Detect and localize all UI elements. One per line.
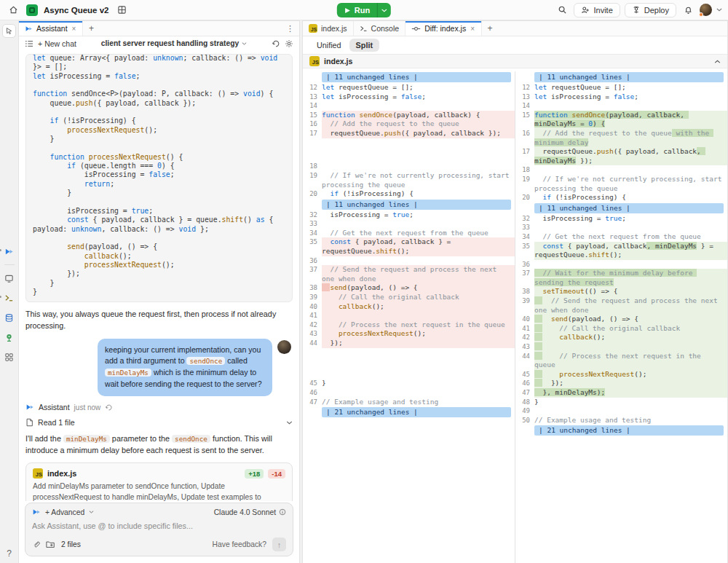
search-icon [558, 5, 567, 15]
attached-files-count[interactable]: 2 files [61, 540, 81, 548]
chat-code-block: let queue: Array<{ payload: unknown; cal… [25, 54, 293, 302]
diff-code-line: callback(); [322, 302, 515, 312]
help-button[interactable]: ? [7, 548, 12, 559]
advanced-toggle[interactable]: + Advanced [45, 508, 84, 516]
diff-code-line: // Wait for the minimum delay before sen… [534, 269, 727, 287]
chat-scroll-area[interactable]: let queue: Array<{ payload: unknown; cal… [19, 50, 299, 501]
line-number [515, 71, 534, 83]
new-tab-button[interactable]: + [83, 21, 99, 36]
code-line: } [33, 135, 285, 143]
unchanged-lines-band[interactable]: | 21 unchanged lines | [534, 425, 724, 436]
unchanged-lines-band[interactable]: | 11 unchanged lines | [534, 203, 724, 213]
diff-file-header[interactable]: JS index.js [303, 54, 727, 68]
diff-code-line: requestQueue.push({ payload, callback, m… [534, 147, 727, 165]
home-icon [9, 5, 18, 15]
chat-list-icon [25, 40, 33, 47]
collapse-section-button[interactable] [714, 60, 721, 63]
chat-list-button[interactable] [25, 40, 33, 47]
line-number [303, 71, 322, 83]
send-button[interactable]: ↑ [272, 538, 286, 551]
diff-original-pane: | 11 unchanged lines |12let requestQueue… [303, 71, 515, 563]
assistant-paragraph: I'll add the minDelayMs parameter to the… [25, 433, 293, 456]
tab-label: Diff: index.js [424, 24, 466, 33]
chevron-down-icon [381, 9, 387, 12]
invite-button[interactable]: Invite [574, 3, 620, 17]
tab-assistant[interactable]: Assistant × [19, 21, 83, 36]
notifications-button[interactable] [681, 3, 695, 17]
editor-tab-diff-index-js[interactable]: Diff: index.js× [405, 21, 482, 36]
line-number: 16 [303, 119, 322, 129]
run-button[interactable]: Run [337, 3, 377, 17]
rail-deployments-button[interactable] [3, 331, 16, 344]
rollback-button[interactable] [272, 39, 280, 48]
line-number: 39 [515, 296, 534, 315]
unchanged-lines-band[interactable]: | 11 unchanged lines | [322, 200, 511, 210]
new-chat-button[interactable]: + New chat [38, 39, 76, 48]
line-number: 37 [515, 269, 534, 287]
panel-menu-button[interactable]: ⋮ [281, 21, 299, 36]
rail-extensions-button[interactable] [3, 350, 16, 363]
line-number: 46 [303, 388, 322, 398]
read-files-toggle[interactable]: Read 1 file [25, 418, 293, 427]
line-number: 45 [515, 370, 534, 379]
feedback-link[interactable]: Have feedback? [213, 540, 266, 548]
file-card-name: index.js [47, 469, 240, 478]
code-line: if (queue.length === 0) { [33, 162, 285, 170]
rail-database-button[interactable] [3, 311, 16, 324]
line-number: 35 [303, 237, 322, 256]
diff-code-line [534, 260, 727, 269]
add-folder-icon[interactable] [46, 540, 55, 548]
diff-code-line: isProcessing = true; [322, 210, 515, 220]
split-view-button[interactable]: Split [349, 39, 379, 52]
home-button[interactable] [6, 3, 20, 17]
line-number: 44 [303, 339, 322, 348]
run-options-chevron[interactable] [377, 3, 391, 17]
diff-code-line: // Process the next request in the queue [534, 352, 727, 370]
code-line [33, 81, 285, 90]
close-tab-icon[interactable]: × [470, 25, 475, 33]
line-number [303, 199, 322, 210]
diff-code-line: // Call the original callback [322, 293, 515, 302]
rail-assistant-button[interactable] [3, 245, 16, 258]
rail-shell-button[interactable] [3, 291, 16, 304]
line-number: 50 [515, 416, 534, 425]
account-chevron-icon[interactable] [716, 8, 722, 12]
select-tool-button[interactable] [2, 24, 16, 38]
file-change-card[interactable]: JS index.js +18 -14 Add minDelayMs param… [25, 462, 293, 501]
editor-tab-bar: JSindex.jsConsoleDiff: index.js×+ [303, 21, 727, 36]
diff-code-line: // Add the request to the queue with the… [534, 129, 727, 147]
diff-code-line: processNextRequest(); [534, 370, 727, 379]
workspace-tiles-button[interactable] [114, 3, 129, 17]
unchanged-lines-band[interactable]: | 11 unchanged lines | [322, 72, 511, 82]
deletions-badge: -14 [268, 469, 285, 479]
assistant-icon [4, 247, 14, 256]
code-line: processNextRequest(); [33, 126, 285, 135]
editor-tab-console[interactable]: Console [354, 21, 406, 36]
search-button[interactable] [555, 3, 569, 17]
assistant-prompt-input[interactable] [32, 521, 286, 532]
chat-settings-button[interactable] [285, 39, 293, 48]
line-number: 36 [515, 260, 534, 269]
avatar[interactable] [700, 4, 712, 16]
code-line: } [33, 189, 285, 197]
unified-view-button[interactable]: Unified [310, 39, 348, 52]
new-editor-tab-button[interactable]: + [482, 21, 498, 36]
attachment-icon[interactable] [32, 540, 40, 549]
extensions-grid-icon [4, 353, 14, 362]
model-selector[interactable]: Claude 4.0 Sonnet [214, 508, 286, 516]
rollback-icon [272, 39, 280, 48]
deploy-button[interactable]: Deploy [625, 3, 676, 17]
js-file-icon: JS [309, 56, 320, 66]
assistant-icon [25, 25, 33, 33]
diff-code-line [534, 101, 727, 111]
line-number: 47 [303, 398, 322, 407]
rollback-icon[interactable] [105, 403, 113, 412]
editor-tab-index-js[interactable]: JSindex.js [303, 21, 354, 36]
rail-webview-button[interactable] [3, 272, 16, 285]
unchanged-lines-band[interactable]: | 11 unchanged lines | [534, 72, 724, 82]
gear-icon [285, 39, 293, 48]
chat-title-dropdown[interactable]: client server request handling strategy [81, 39, 267, 47]
close-tab-icon[interactable]: × [71, 25, 77, 33]
unchanged-lines-band[interactable]: | 21 unchanged lines | [322, 407, 511, 417]
chevron-down-icon[interactable] [89, 511, 94, 513]
